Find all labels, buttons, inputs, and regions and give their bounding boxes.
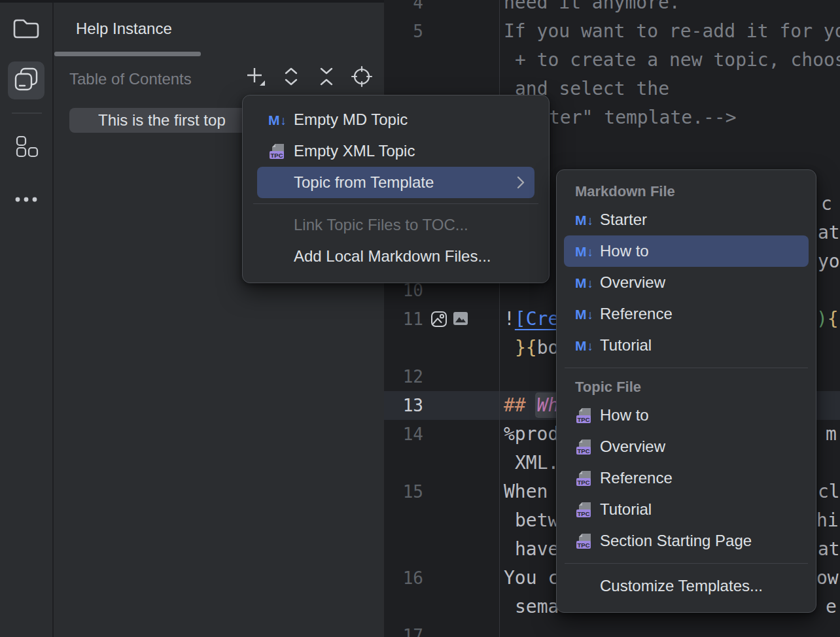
code-segment: at xyxy=(818,222,840,243)
code-segment: }{ xyxy=(515,337,537,358)
toc-item-label: This is the first top xyxy=(98,111,226,129)
submenu-item-label: Overview xyxy=(600,273,665,292)
submenu-item-tutorial[interactable]: M↓Tutorial xyxy=(564,330,809,361)
window-top-edge xyxy=(0,0,384,3)
svg-text:TPC: TPC xyxy=(578,447,590,455)
code-segment: XML. xyxy=(515,452,559,473)
collapse-all-button[interactable] xyxy=(315,67,338,89)
editor-code-fragment[interactable]: cl xyxy=(818,477,840,506)
topic-file-icon: TPC xyxy=(575,407,593,424)
editor-code-line[interactable]: need it anymore. xyxy=(504,0,680,17)
submenu-item-label: How to xyxy=(600,406,649,424)
submenu-item-customize-templates[interactable]: Customize Templates... xyxy=(564,570,809,602)
code-segment: ## xyxy=(504,394,537,416)
editor-code-fragment[interactable]: e xyxy=(826,593,837,621)
menu-item-empty-md-topic[interactable]: M↓Empty MD Topic xyxy=(257,104,534,135)
add-icon xyxy=(245,65,267,90)
code-segment: If you want to re-add it for your xyxy=(504,20,840,42)
editor-line-number[interactable]: 16 xyxy=(384,564,423,593)
tool-window-button-structure[interactable] xyxy=(9,131,43,165)
menu-item-topic-from-template[interactable]: Topic from Template xyxy=(257,167,534,198)
submenu-item-reference[interactable]: M↓Reference xyxy=(564,298,809,330)
editor-code-fragment[interactable]: yo xyxy=(818,247,840,276)
editor-line-number[interactable]: 12 xyxy=(384,362,423,391)
editor-line-number[interactable]: 17 xyxy=(384,621,423,637)
svg-text:TPC: TPC xyxy=(578,542,590,549)
editor-code-line[interactable]: If you want to re-add it for your xyxy=(504,17,840,46)
code-segment: c xyxy=(821,193,832,215)
submenu-item-overview[interactable]: TPCOverview xyxy=(564,431,809,462)
editor-code-fragment[interactable]: c xyxy=(821,190,832,218)
editor-line-number[interactable]: 4 xyxy=(384,0,423,17)
editor-line-number[interactable]: 15 xyxy=(384,477,423,506)
editor-line-number[interactable]: 13 xyxy=(384,391,423,420)
submenu-item-reference[interactable]: TPCReference xyxy=(564,462,809,494)
menu-item-add-local-markdown-files[interactable]: Add Local Markdown Files... xyxy=(257,241,534,272)
submenu-group-header: Markdown File xyxy=(557,179,816,204)
menu-separator xyxy=(253,203,538,204)
menu-item-empty-xml-topic[interactable]: TPCEmpty XML Topic xyxy=(257,135,534,167)
code-segment: have xyxy=(515,538,559,560)
collapse-all-icon xyxy=(317,66,336,90)
editor-code-line[interactable]: %prod xyxy=(504,420,559,449)
editor-code-fragment[interactable]: at xyxy=(818,535,840,564)
editor-code-fragment[interactable]: m xyxy=(826,420,837,449)
add-topic-menu: M↓Empty MD TopicTPCEmpty XML TopicTopic … xyxy=(242,95,550,283)
svg-text:TPC: TPC xyxy=(578,479,590,486)
topic-file-icon: TPC xyxy=(268,143,287,160)
editor-code-line[interactable]: When xyxy=(504,477,548,506)
tool-window-button-topics[interactable] xyxy=(8,61,44,99)
tool-window-rail xyxy=(0,0,52,637)
topic-file-icon: TPC xyxy=(575,438,593,455)
editor-line-number[interactable]: 14 xyxy=(384,420,423,449)
editor-code-line[interactable]: ter" template.--> xyxy=(549,103,737,132)
markdown-file-icon: M↓ xyxy=(575,339,593,353)
locate-button[interactable] xyxy=(351,67,373,89)
rail-divider xyxy=(12,112,42,114)
code-segment: his xyxy=(816,509,840,531)
editor-code-line[interactable]: ![Cre xyxy=(504,305,559,334)
code-segment: at xyxy=(818,538,840,560)
code-segment: { xyxy=(828,308,839,330)
topic-file-icon: TPC xyxy=(575,501,593,518)
editor-code-line[interactable]: You c xyxy=(504,564,559,593)
editor-code-fragment[interactable]: at xyxy=(818,218,840,247)
add-button[interactable] xyxy=(245,67,267,89)
more-tool-windows-button[interactable] xyxy=(9,187,43,213)
code-segment: ) xyxy=(816,308,828,330)
editor-code-line[interactable]: have xyxy=(515,535,559,564)
code-segment: yo xyxy=(818,250,840,272)
tool-window-button-project[interactable] xyxy=(8,13,44,47)
editor-code-fragment[interactable]: ){ xyxy=(816,305,839,334)
editor-code-line[interactable]: XML. xyxy=(515,449,559,477)
submenu-item-label: Customize Templates... xyxy=(600,577,763,595)
menu-separator xyxy=(565,563,808,564)
expand-all-button[interactable] xyxy=(280,67,302,89)
image-filled-icon[interactable] xyxy=(453,311,470,328)
svg-text:TPC: TPC xyxy=(578,416,590,423)
editor-code-line[interactable]: }{bo xyxy=(515,334,559,362)
submenu-item-how-to[interactable]: TPCHow to xyxy=(564,400,809,431)
menu-separator xyxy=(565,368,808,368)
markdown-file-icon: M↓ xyxy=(575,245,593,258)
more-icon xyxy=(13,194,39,206)
submenu-item-label: Reference xyxy=(600,305,673,323)
submenu-item-tutorial[interactable]: TPCTutorial xyxy=(564,494,809,525)
submenu-item-how-to[interactable]: M↓How to xyxy=(564,235,809,267)
editor-code-line[interactable]: sema xyxy=(515,593,559,621)
editor-code-line[interactable]: betw xyxy=(515,506,559,535)
image-outline-icon[interactable] xyxy=(430,311,447,328)
active-tab-indicator xyxy=(54,52,201,56)
menu-item-label: Link Topic Files to TOC... xyxy=(294,216,468,234)
editor-line-number[interactable]: 5 xyxy=(384,17,423,46)
submenu-item-section-starting-page[interactable]: TPCSection Starting Page xyxy=(564,525,809,557)
editor-line-number[interactable]: 11 xyxy=(384,305,423,334)
editor-code-fragment[interactable]: his xyxy=(816,506,840,535)
submenu-item-starter[interactable]: M↓Starter xyxy=(564,204,809,235)
editor-code-fragment[interactable]: ow xyxy=(816,564,839,593)
editor-code-line[interactable]: + to create a new topic, choose t xyxy=(515,46,840,75)
code-segment: need it anymore. xyxy=(504,0,680,13)
submenu-item-overview[interactable]: M↓Overview xyxy=(564,267,809,298)
markdown-file-icon: M↓ xyxy=(575,276,593,290)
editor-code-line[interactable]: ## Wh xyxy=(504,391,559,420)
